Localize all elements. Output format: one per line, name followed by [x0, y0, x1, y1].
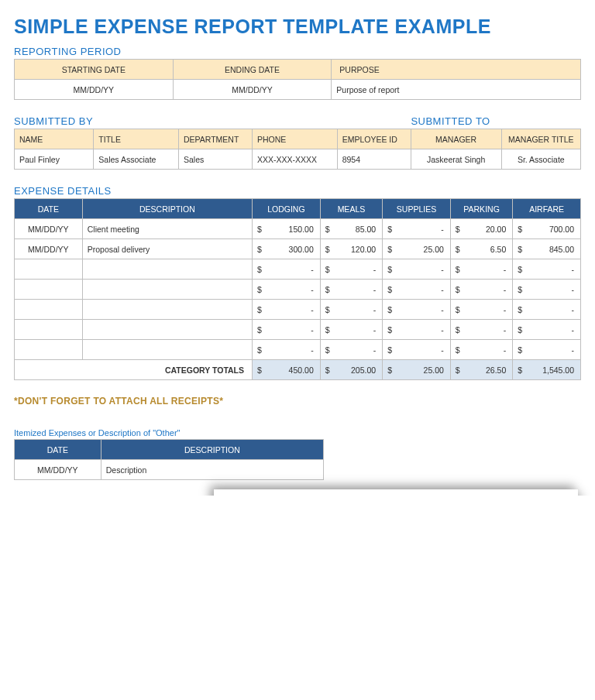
supplies-cell[interactable]: $-: [383, 320, 451, 340]
meals-cell[interactable]: $-: [320, 320, 382, 340]
col-date: DATE: [15, 199, 83, 219]
supplies-cell[interactable]: $25.00: [383, 239, 451, 259]
col-ending-date: ENDING DATE: [173, 60, 332, 80]
reporting-period-title: REPORTING PERIOD: [14, 46, 581, 57]
airfare-cell[interactable]: $845.00: [513, 239, 581, 259]
reporting-period-table: STARTING DATE ENDING DATE PURPOSE MM/DD/…: [14, 59, 581, 100]
col-lodging: LODGING: [253, 199, 321, 219]
meals-cell[interactable]: $-: [320, 340, 382, 360]
total-meals: $205.00: [320, 360, 382, 380]
supplies-cell[interactable]: $-: [383, 280, 451, 300]
col-title: TITLE: [94, 129, 179, 149]
date-cell[interactable]: MM/DD/YY: [15, 239, 83, 259]
parking-cell[interactable]: $-: [450, 259, 512, 280]
col-starting-date: STARTING DATE: [15, 60, 174, 80]
supplies-cell[interactable]: $-: [383, 259, 451, 280]
date-cell[interactable]: [15, 280, 83, 300]
itemized-col-date: DATE: [15, 440, 101, 460]
col-phone: PHONE: [252, 129, 337, 149]
meals-cell[interactable]: $120.00: [320, 239, 382, 259]
starting-date-cell[interactable]: MM/DD/YY: [15, 80, 174, 100]
col-airfare: AIRFARE: [513, 199, 581, 219]
supplies-cell[interactable]: $-: [383, 300, 451, 320]
date-cell[interactable]: [15, 259, 83, 280]
phone-cell[interactable]: XXX-XXX-XXXX: [252, 149, 337, 170]
manager-title-cell[interactable]: Sr. Associate: [501, 149, 580, 170]
parking-cell[interactable]: $-: [450, 300, 512, 320]
employee-id-cell[interactable]: 8954: [337, 149, 411, 170]
col-purpose: PURPOSE: [332, 60, 581, 80]
submitted-table: NAME TITLE DEPARTMENT PHONE EMPLOYEE ID …: [14, 129, 581, 170]
col-manager: MANAGER: [411, 129, 501, 149]
ending-date-cell[interactable]: MM/DD/YY: [173, 80, 332, 100]
lodging-cell[interactable]: $-: [253, 340, 321, 360]
itemized-desc-cell[interactable]: Description: [101, 460, 323, 480]
itemized-date-cell[interactable]: MM/DD/YY: [15, 460, 101, 480]
airfare-cell[interactable]: $-: [513, 280, 581, 300]
col-meals: MEALS: [320, 199, 382, 219]
table-row: $-$-$-$-$-: [15, 300, 581, 320]
airfare-cell[interactable]: $-: [513, 300, 581, 320]
col-supplies: SUPPLIES: [383, 199, 451, 219]
date-cell[interactable]: [15, 320, 83, 340]
submitted-by-title: SUBMITTED BY: [14, 115, 411, 127]
description-cell[interactable]: [82, 340, 252, 360]
col-employee-id: EMPLOYEE ID: [337, 129, 411, 149]
name-cell[interactable]: Paul Finley: [15, 149, 94, 170]
date-cell[interactable]: [15, 340, 83, 360]
airfare-cell[interactable]: $-: [513, 320, 581, 340]
lodging-cell[interactable]: $300.00: [253, 239, 321, 259]
table-row: $-$-$-$-$-: [15, 320, 581, 340]
supplies-cell[interactable]: $-: [383, 219, 451, 239]
manager-cell[interactable]: Jaskeerat Singh: [411, 149, 501, 170]
expense-details-section: EXPENSE DETAILS DATE DESCRIPTION LODGING…: [14, 185, 581, 380]
col-manager-title: MANAGER TITLE: [501, 129, 580, 149]
page-title: SIMPLE EXPENSE REPORT TEMPLATE EXAMPLE: [14, 15, 581, 38]
airfare-cell[interactable]: $-: [513, 340, 581, 360]
itemized-col-desc: DESCRIPTION: [101, 440, 323, 460]
overlay-panel: ADDITIONAL NOTES - FOR OFFICE USE ONLY A…: [214, 489, 578, 496]
table-row: $-$-$-$-$-: [15, 340, 581, 360]
parking-cell[interactable]: $20.00: [450, 219, 512, 239]
itemized-title: Itemized Expenses or Description of "Oth…: [14, 428, 324, 438]
total-parking: $26.50: [450, 360, 512, 380]
description-cell[interactable]: [82, 320, 252, 340]
lodging-cell[interactable]: $-: [253, 259, 321, 280]
lodging-cell[interactable]: $-: [253, 320, 321, 340]
airfare-cell[interactable]: $-: [513, 259, 581, 280]
airfare-cell[interactable]: $700.00: [513, 219, 581, 239]
expense-details-table: DATE DESCRIPTION LODGING MEALS SUPPLIES …: [14, 198, 581, 380]
itemized-section: Itemized Expenses or Description of "Oth…: [14, 428, 324, 480]
purpose-cell[interactable]: Purpose of report: [332, 80, 581, 100]
description-cell[interactable]: [82, 280, 252, 300]
meals-cell[interactable]: $85.00: [320, 219, 382, 239]
category-totals-label: CATEGORY TOTALS: [15, 360, 253, 380]
description-cell[interactable]: [82, 300, 252, 320]
lodging-cell[interactable]: $-: [253, 280, 321, 300]
meals-cell[interactable]: $-: [320, 259, 382, 280]
lodging-cell[interactable]: $150.00: [253, 219, 321, 239]
parking-cell[interactable]: $-: [450, 340, 512, 360]
col-name: NAME: [15, 129, 94, 149]
department-cell[interactable]: Sales: [178, 149, 252, 170]
date-cell[interactable]: MM/DD/YY: [15, 219, 83, 239]
lodging-cell[interactable]: $-: [253, 300, 321, 320]
meals-cell[interactable]: $-: [320, 280, 382, 300]
parking-cell[interactable]: $-: [450, 320, 512, 340]
title-cell[interactable]: Sales Associate: [94, 149, 179, 170]
receipts-note: *DON'T FORGET TO ATTACH ALL RECEIPTS*: [14, 396, 581, 407]
table-row: MM/DD/YYProposal delivery$300.00$120.00$…: [15, 239, 581, 259]
parking-cell[interactable]: $6.50: [450, 239, 512, 259]
total-lodging: $450.00: [253, 360, 321, 380]
col-parking: PARKING: [450, 199, 512, 219]
parking-cell[interactable]: $-: [450, 280, 512, 300]
supplies-cell[interactable]: $-: [383, 340, 451, 360]
description-cell[interactable]: Client meeting: [82, 219, 252, 239]
date-cell[interactable]: [15, 300, 83, 320]
meals-cell[interactable]: $-: [320, 300, 382, 320]
col-department: DEPARTMENT: [178, 129, 252, 149]
table-row: $-$-$-$-$-: [15, 280, 581, 300]
description-cell[interactable]: Proposal delivery: [82, 239, 252, 259]
col-description: DESCRIPTION: [82, 199, 252, 219]
description-cell[interactable]: [82, 259, 252, 280]
